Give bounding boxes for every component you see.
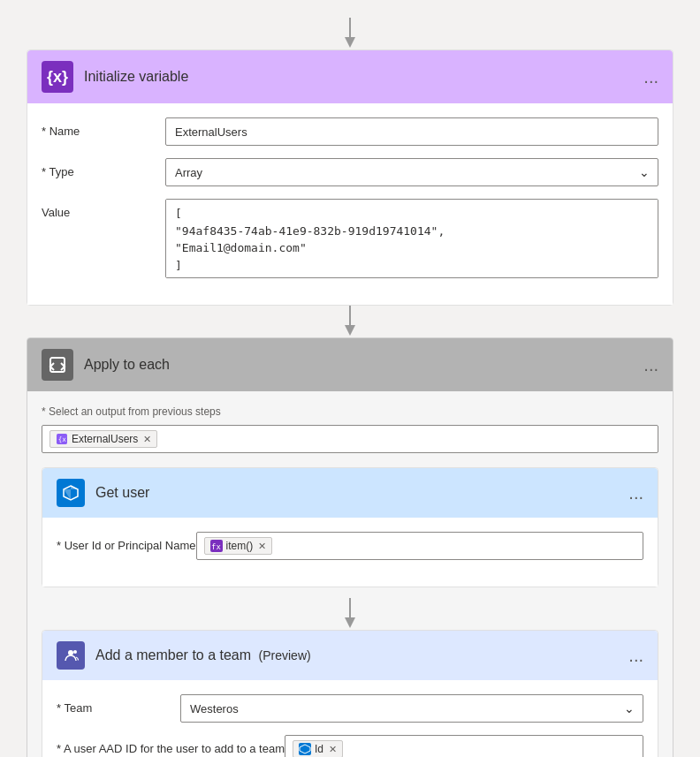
get-user-menu[interactable]: ... (628, 484, 643, 502)
curly-braces-icon: {x} (47, 68, 68, 87)
loop-icon (49, 356, 66, 374)
team-select[interactable]: Westeros (180, 694, 643, 723)
id-token-icon (299, 743, 311, 755)
add-member-title-suffix: (Preview) (259, 648, 311, 662)
svg-marker-3 (345, 325, 355, 336)
add-member-title: Add a member to a team (Preview) (95, 647, 628, 663)
teams-icon (63, 647, 79, 663)
token-var-icon: {x} (56, 433, 68, 445)
external-users-token-label: ExternalUsers (72, 433, 138, 445)
initialize-variable-header: {x} Initialize variable ... (27, 50, 673, 103)
apply-to-each-menu[interactable]: ... (643, 356, 658, 374)
initialize-variable-menu[interactable]: ... (643, 68, 658, 86)
azure-token-icon (299, 743, 311, 755)
value-label: Value (42, 199, 165, 219)
get-user-header: Get user ... (42, 468, 658, 518)
svg-text:{x}: {x} (58, 435, 67, 443)
add-member-card: Add a member to a team (Preview) ... * T… (42, 630, 658, 757)
select-output-label: * Select an output from previous steps (42, 405, 658, 418)
user-id-label: * User Id or Principal Name (57, 532, 196, 552)
curly-token-icon: {x} (57, 434, 67, 444)
add-member-menu[interactable]: ... (628, 647, 643, 664)
team-field-row: * Team Westeros ⌄ (57, 694, 643, 723)
initialize-variable-body: * Name * Type Array String Integer Boole… (27, 103, 673, 305)
initialize-variable-card: {x} Initialize variable ... * Name * Typ… (27, 49, 673, 306)
select-output-section: * Select an output from previous steps {… (42, 405, 658, 453)
aad-field-row: * A user AAD ID for the user to add to a… (57, 735, 643, 757)
external-users-token-close[interactable]: ✕ (143, 434, 151, 445)
get-user-icon (57, 479, 85, 507)
type-select-wrapper: Array String Integer Boolean ⌄ (165, 158, 658, 186)
initialize-variable-title: Initialize variable (84, 69, 643, 85)
inner-connector (42, 598, 658, 630)
item-token-label: item() (226, 540, 254, 552)
id-token-close[interactable]: ✕ (329, 744, 337, 755)
value-field-row: Value [ "94af8435-74ab-41e9-832b-919d197… (42, 199, 658, 278)
type-select[interactable]: Array String Integer Boolean (165, 158, 658, 186)
svg-marker-1 (345, 37, 355, 48)
user-id-token-container[interactable]: fx item() ✕ (196, 532, 644, 560)
apply-to-each-body: * Select an output from previous steps {… (27, 391, 673, 757)
add-member-header: Add a member to a team (Preview) ... (42, 631, 658, 680)
type-field-row: * Type Array String Integer Boolean ⌄ (42, 158, 658, 186)
external-users-token: {x} ExternalUsers ✕ (49, 430, 157, 448)
add-member-icon (57, 641, 85, 670)
svg-marker-12 (345, 617, 355, 628)
svg-point-14 (73, 650, 77, 654)
get-user-card: Get user ... * User Id or Principal Name… (42, 467, 658, 587)
name-field-row: * Name (42, 117, 658, 146)
apply-to-each-header: Apply to each ... (27, 338, 673, 391)
top-connector (27, 18, 673, 49)
azure-ad-icon (63, 485, 79, 501)
svg-text:fx: fx (211, 542, 221, 551)
external-users-token-container[interactable]: {x} ExternalUsers ✕ (42, 425, 658, 453)
team-label: * Team (57, 694, 180, 715)
fx-token-icon: fx (210, 540, 223, 552)
middle-connector (27, 306, 673, 337)
get-user-title: Get user (95, 485, 628, 501)
id-token: Id ✕ (293, 740, 343, 757)
apply-to-each-icon (42, 349, 73, 381)
name-label: * Name (42, 117, 165, 138)
apply-to-each-container: Apply to each ... * Select an output fro… (27, 337, 673, 757)
aad-label: * A user AAD ID for the user to add to a… (57, 735, 285, 755)
fx-icon: fx (210, 540, 223, 552)
id-token-label: Id (315, 743, 323, 755)
value-textarea[interactable]: [ "94af8435-74ab-41e9-832b-919d19741014"… (165, 199, 658, 278)
initialize-variable-icon: {x} (42, 61, 73, 93)
team-select-wrapper: Westeros ⌄ (180, 694, 643, 723)
item-token-close[interactable]: ✕ (258, 541, 266, 552)
name-input[interactable] (165, 117, 658, 146)
apply-to-each-title: Apply to each (84, 357, 643, 373)
aad-token-container[interactable]: Id ✕ (285, 735, 643, 757)
svg-point-13 (68, 650, 73, 655)
type-label: * Type (42, 158, 165, 178)
item-token: fx item() ✕ (204, 537, 273, 555)
user-id-field-row: * User Id or Principal Name fx item() (57, 532, 643, 560)
get-user-body: * User Id or Principal Name fx item() (42, 518, 658, 587)
add-member-body: * Team Westeros ⌄ * A user AAD ID for th… (42, 680, 658, 757)
